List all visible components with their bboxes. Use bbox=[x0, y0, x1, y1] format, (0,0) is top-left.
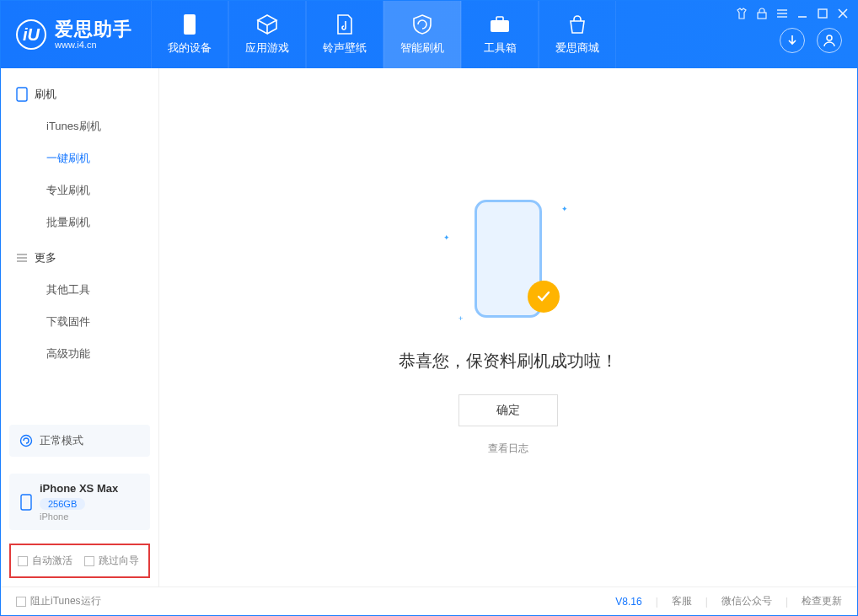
music-file-icon bbox=[334, 13, 356, 35]
check-badge-icon bbox=[528, 281, 560, 313]
svg-rect-17 bbox=[21, 495, 31, 510]
device-capacity: 256GB bbox=[40, 498, 85, 510]
maximize-button[interactable] bbox=[817, 8, 829, 19]
device-icon bbox=[16, 87, 28, 102]
checkbox-label: 跳过向导 bbox=[99, 554, 139, 568]
svg-rect-3 bbox=[758, 13, 766, 19]
nav-ring-wallpaper[interactable]: 铃声壁纸 bbox=[306, 1, 383, 68]
sparkle-icon: + bbox=[458, 314, 463, 323]
cube-icon bbox=[256, 13, 278, 35]
bag-icon bbox=[566, 13, 588, 35]
connected-device[interactable]: iPhone XS Max 256GB iPhone bbox=[9, 474, 150, 530]
svg-point-11 bbox=[827, 35, 832, 40]
checkbox-skip-guide[interactable]: 跳过向导 bbox=[84, 554, 139, 568]
list-icon bbox=[16, 252, 28, 264]
section-label: 刷机 bbox=[35, 87, 56, 102]
nav-my-device[interactable]: 我的设备 bbox=[151, 1, 228, 68]
checkbox-block-itunes[interactable]: 阻止iTunes运行 bbox=[16, 594, 101, 608]
app-title: 爱思助手 bbox=[55, 19, 132, 40]
sidebar-item-onekey[interactable]: 一键刷机 bbox=[1, 142, 158, 174]
section-label: 更多 bbox=[35, 250, 56, 265]
sidebar-item-download-fw[interactable]: 下载固件 bbox=[1, 306, 158, 338]
close-button[interactable] bbox=[837, 8, 849, 19]
shield-sync-icon bbox=[411, 13, 433, 35]
wechat-link[interactable]: 微信公众号 bbox=[721, 594, 772, 608]
app-subtitle: www.i4.cn bbox=[55, 40, 132, 50]
device-mode-label: 正常模式 bbox=[40, 433, 83, 448]
device-type: iPhone bbox=[40, 512, 140, 522]
sidebar-item-batch[interactable]: 批量刷机 bbox=[1, 206, 158, 238]
device-mode[interactable]: 正常模式 bbox=[9, 425, 150, 457]
nav-label: 应用游戏 bbox=[245, 40, 289, 56]
success-illustration: ✦ ✦ + bbox=[462, 200, 555, 326]
nav-label: 爱思商城 bbox=[555, 40, 599, 56]
app-logo-block: iU 爱思助手 www.i4.cn bbox=[1, 1, 151, 68]
svg-rect-2 bbox=[496, 17, 503, 21]
svg-rect-8 bbox=[818, 9, 827, 18]
sidebar-item-other-tools[interactable]: 其他工具 bbox=[1, 274, 158, 306]
sidebar-item-pro[interactable]: 专业刷机 bbox=[1, 174, 158, 206]
sidebar-section-more: 更多 bbox=[1, 238, 158, 274]
success-message: 恭喜您，保资料刷机成功啦！ bbox=[399, 350, 618, 372]
footer: 阻止iTunes运行 V8.16 | 客服 | 微信公众号 | 检查更新 bbox=[1, 587, 857, 615]
nav-label: 工具箱 bbox=[484, 40, 517, 56]
top-nav: 我的设备 应用游戏 铃声壁纸 智能刷机 工具箱 爱思商城 bbox=[151, 1, 616, 68]
titlebar: iU 爱思助手 www.i4.cn 我的设备 应用游戏 铃声壁纸 智能刷机 bbox=[1, 1, 857, 68]
version-label: V8.16 bbox=[615, 596, 641, 608]
checkbox-auto-activate[interactable]: 自动激活 bbox=[18, 554, 72, 568]
nav-apps-games[interactable]: 应用游戏 bbox=[228, 1, 306, 68]
checkbox-label: 阻止iTunes运行 bbox=[30, 594, 101, 608]
download-button[interactable] bbox=[780, 28, 805, 53]
svg-rect-1 bbox=[491, 20, 509, 32]
svg-rect-12 bbox=[17, 88, 27, 101]
nav-label: 我的设备 bbox=[168, 40, 212, 56]
lock-icon[interactable] bbox=[756, 8, 768, 19]
phone-icon bbox=[19, 494, 33, 511]
sidebar-item-itunes[interactable]: iTunes刷机 bbox=[1, 110, 158, 142]
sync-icon bbox=[19, 434, 33, 447]
device-name: iPhone XS Max bbox=[40, 482, 140, 495]
svg-rect-0 bbox=[184, 14, 196, 35]
nav-smart-flash[interactable]: 智能刷机 bbox=[383, 1, 461, 68]
view-log-link[interactable]: 查看日志 bbox=[488, 442, 528, 456]
nav-store[interactable]: 爱思商城 bbox=[539, 1, 616, 68]
user-button[interactable] bbox=[817, 28, 842, 53]
nav-toolbox[interactable]: 工具箱 bbox=[461, 1, 539, 68]
highlighted-options: 自动激活 跳过向导 bbox=[9, 544, 150, 578]
nav-label: 铃声壁纸 bbox=[323, 40, 367, 56]
sidebar-item-advanced[interactable]: 高级功能 bbox=[1, 338, 158, 370]
menu-icon[interactable] bbox=[776, 8, 788, 19]
toolbox-icon bbox=[489, 13, 511, 35]
sidebar-section-flash: 刷机 bbox=[1, 75, 158, 110]
minimize-button[interactable] bbox=[796, 8, 808, 19]
sidebar: 刷机 iTunes刷机 一键刷机 专业刷机 批量刷机 更多 其他工具 下载固件 … bbox=[1, 68, 159, 587]
shirt-icon[interactable] bbox=[736, 8, 748, 19]
sparkle-icon: ✦ bbox=[443, 233, 450, 242]
check-update-link[interactable]: 检查更新 bbox=[802, 594, 842, 608]
app-logo-icon: iU bbox=[16, 19, 46, 50]
window-controls bbox=[736, 1, 849, 19]
sparkle-icon: ✦ bbox=[561, 205, 568, 213]
ok-button[interactable]: 确定 bbox=[458, 394, 558, 426]
svg-point-16 bbox=[21, 436, 32, 447]
phone-icon bbox=[179, 13, 201, 35]
main-content: ✦ ✦ + 恭喜您，保资料刷机成功啦！ 确定 查看日志 bbox=[159, 68, 857, 587]
checkbox-label: 自动激活 bbox=[32, 554, 72, 568]
support-link[interactable]: 客服 bbox=[672, 594, 692, 608]
nav-label: 智能刷机 bbox=[400, 40, 444, 56]
